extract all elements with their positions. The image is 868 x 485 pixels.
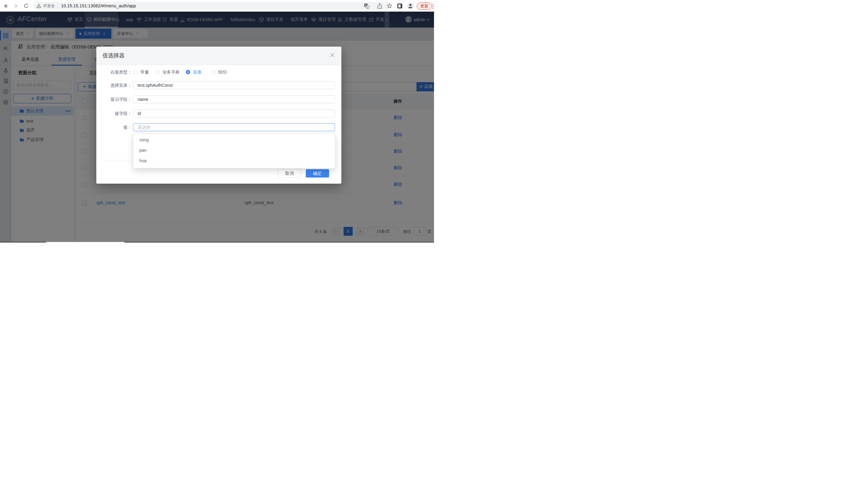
display-field-input[interactable]: name <box>133 95 335 103</box>
field-label: 显示字段： <box>102 95 132 103</box>
browser-back-icon[interactable] <box>3 3 9 9</box>
entity-input[interactable]: test.sphAuthConst <box>133 81 335 89</box>
browser-forward-icon[interactable] <box>13 3 19 9</box>
url-text[interactable]: 10.15.15.151:13082/#/menu_auth/app <box>61 2 136 10</box>
confirm-button[interactable]: 确定 <box>306 169 329 177</box>
field-label: 选择实体： <box>102 81 132 89</box>
dock-edge <box>0 242 434 243</box>
radio-constant[interactable] <box>133 70 137 74</box>
dialog-title: 值选择器 <box>102 46 125 65</box>
field-label: 右值类型： <box>102 68 132 76</box>
profile-icon[interactable] <box>407 2 414 9</box>
radio-business-dict[interactable] <box>155 70 159 74</box>
close-icon[interactable] <box>330 53 335 57</box>
field-label: 值字段： <box>102 109 132 118</box>
share-icon[interactable] <box>377 3 382 9</box>
dropdown-option-song[interactable]: song <box>133 135 335 145</box>
form-row-value-field: 值字段： id <box>96 109 341 118</box>
dock-edge-highlight <box>46 242 125 243</box>
form-row-display-field: 显示字段： name <box>96 95 341 103</box>
chrome-menu-icon[interactable] <box>432 4 433 9</box>
radio-organization[interactable] <box>211 70 216 74</box>
radio-label: 组织 <box>218 68 227 76</box>
radio-label: 业务字典 <box>162 68 180 76</box>
radio-label: 实体 <box>193 68 202 76</box>
radio-entity[interactable] <box>186 70 190 74</box>
form-row-value: 值： 请选择 <box>96 123 341 131</box>
side-panel-icon[interactable] <box>397 3 402 8</box>
address-bar[interactable]: 不安全 10.15.15.151:13082/#/menu_auth/app G… <box>33 2 391 10</box>
field-label: 值： <box>102 123 132 131</box>
translate-icon[interactable]: G文 <box>364 3 369 8</box>
cancel-button[interactable]: 取消 <box>278 169 301 177</box>
omnibox-divider <box>58 3 58 8</box>
not-secure-warning-icon <box>36 4 41 8</box>
dropdown-option-hua[interactable]: hua <box>133 155 335 166</box>
form-row-right-value-type: 右值类型： 常量 业务字典 实体 组织 <box>96 68 341 76</box>
browser-reload-icon[interactable] <box>23 3 29 8</box>
value-select-input[interactable]: 请选择 <box>133 123 335 131</box>
value-field-input[interactable]: id <box>133 109 335 118</box>
screen: 不安全 10.15.15.151:13082/#/menu_auth/app G… <box>0 0 434 243</box>
security-status[interactable]: 不安全 <box>43 2 55 10</box>
dialog-header: 值选择器 <box>96 46 341 65</box>
bookmark-star-icon[interactable] <box>387 3 392 8</box>
value-select-dropdown: song pan hua <box>133 133 335 168</box>
form-row-select-entity: 选择实体： test.sphAuthConst <box>96 81 341 89</box>
radio-label: 常量 <box>141 68 149 76</box>
chrome-update-button[interactable]: 更新 <box>417 2 432 10</box>
translate-wen-glyph: 文 <box>367 6 369 8</box>
dropdown-option-pan[interactable]: pan <box>133 145 335 155</box>
browser-toolbar: 不安全 10.15.15.151:13082/#/menu_auth/app G… <box>0 0 434 12</box>
